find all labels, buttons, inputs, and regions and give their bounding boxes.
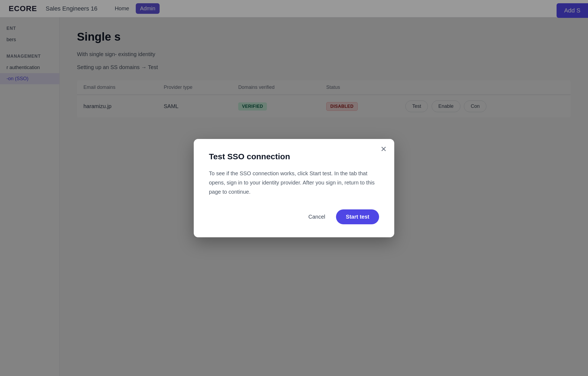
modal-body: To see if the SSO connection works, clic… — [209, 169, 379, 196]
close-icon[interactable]: ✕ — [380, 145, 387, 153]
modal-overlay: ✕ Test SSO connection To see if the SSO … — [0, 0, 588, 376]
modal-title: Test SSO connection — [209, 152, 379, 161]
modal: ✕ Test SSO connection To see if the SSO … — [194, 139, 394, 237]
modal-actions: Cancel Start test — [209, 209, 379, 224]
start-test-button[interactable]: Start test — [336, 209, 379, 224]
cancel-button[interactable]: Cancel — [302, 210, 332, 224]
